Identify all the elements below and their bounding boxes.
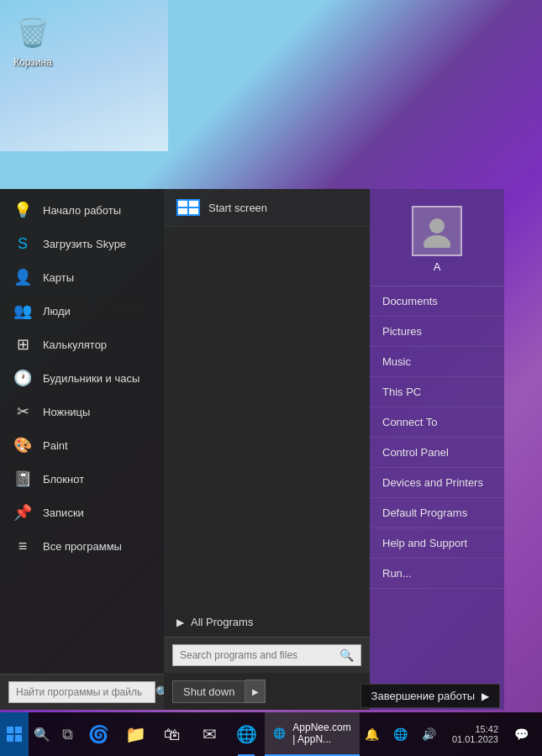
taskbar-search-icon: 🔍 (34, 727, 50, 743)
start-app-scissors[interactable]: ✂ Ножницы (0, 395, 164, 428)
paint-label: Paint (43, 439, 68, 452)
right-item-connect-to[interactable]: Connect To (370, 407, 504, 438)
shutdown-notification-arrow-icon: ▶ (481, 690, 489, 702)
tray-action-center-icon[interactable]: 💬 (508, 712, 534, 756)
recycle-bin-image: 🗑️ (13, 13, 53, 53)
all-programs-label: All Programs (191, 616, 253, 628)
all-programs-arrow-icon: ▶ (176, 617, 184, 628)
taskbar-edge[interactable]: 🌀 (80, 712, 117, 756)
start-menu-middle-panel: Start screen ▶ All Programs 🔍 Shut down … (164, 189, 370, 710)
taskbar-tray: 🔔 🌐 🔊 15:42 01.01.2023 💬 (360, 712, 542, 756)
shutdown-notification-popup: Завершение работы ▶ (360, 684, 500, 708)
right-item-documents[interactable]: Documents (370, 286, 504, 317)
notepad-icon: 📓 (13, 469, 33, 489)
allprograms-icon: ≡ (13, 536, 33, 556)
start-app-paint[interactable]: 🎨 Paint (0, 428, 164, 462)
start-app-allprograms[interactable]: ≡ Все программы (0, 529, 164, 563)
start-screen-item[interactable]: Start screen (164, 189, 370, 227)
scissors-icon: ✂ (13, 402, 33, 422)
taskbar-search-button[interactable]: 🔍 (29, 712, 55, 756)
start-button[interactable] (0, 712, 29, 756)
taskbar-task-view-icon: ⧉ (62, 726, 73, 743)
right-item-devices-printers[interactable]: Devices and Printers (370, 468, 504, 498)
scissors-label: Ножницы (43, 406, 90, 418)
start-app-stickynotes[interactable]: 📌 Записки (0, 496, 164, 529)
start-screen-label: Start screen (208, 202, 267, 214)
start-apps-list: 💡 Начало работы S Загрузить Skype 👤 Карт… (0, 189, 164, 674)
recycle-bin-label: Корзина (13, 56, 52, 68)
calculator-label: Калькулятор (43, 339, 107, 351)
right-item-help-support[interactable]: Help and Support (370, 528, 504, 559)
start-middle-search-icon: 🔍 (333, 645, 360, 665)
alarms-icon: 🕐 (13, 368, 33, 388)
windows-logo-icon (7, 727, 22, 742)
right-item-this-pc[interactable]: This PC (370, 377, 504, 407)
taskbar-active-window[interactable]: 🌐 AppNee.com | AppN... (265, 712, 360, 756)
start-app-maps[interactable]: 👤 Карты (0, 260, 164, 294)
shutdown-row: Shut down ▶ (164, 673, 370, 710)
people-icon: 👥 (13, 301, 33, 321)
right-item-music[interactable]: Music (370, 347, 504, 377)
stickynotes-icon: 📌 (13, 502, 33, 522)
skype-icon: S (13, 234, 33, 254)
stickynotes-label: Записки (43, 507, 84, 519)
tray-network-icon[interactable]: 🌐 (388, 712, 413, 756)
shutdown-notification-label: Завершение работы (371, 690, 475, 702)
start-screen-tile-icon (176, 199, 200, 216)
skype-label: Загрузить Skype (43, 238, 126, 250)
svg-point-1 (424, 235, 450, 248)
right-item-run[interactable]: Run... (370, 559, 504, 589)
maps-label: Карты (43, 271, 74, 284)
taskbar-date: 01.01.2023 (452, 734, 498, 744)
start-search-input[interactable] (9, 683, 149, 701)
right-item-default-programs[interactable]: Default Programs (370, 498, 504, 528)
all-programs-item[interactable]: ▶ All Programs (164, 607, 370, 637)
start-app-people[interactable]: 👥 Люди (0, 294, 164, 328)
start-search-bar: 🔍 (0, 674, 164, 710)
taskbar-file-explorer[interactable]: 📁 (117, 712, 154, 756)
taskbar-active-window-icon: 🌐 (273, 727, 286, 739)
tray-volume-icon[interactable]: 🔊 (417, 712, 442, 756)
taskbar-file-explorer-icon: 📁 (125, 724, 146, 744)
user-avatar[interactable] (412, 206, 462, 256)
allprograms-label: Все программы (43, 540, 122, 553)
taskbar-task-view-button[interactable]: ⧉ (55, 712, 80, 756)
taskbar-mail[interactable]: ✉ (191, 712, 228, 756)
notepad-label: Блокнот (43, 473, 84, 486)
user-name: A (434, 260, 441, 273)
tray-notification-icon[interactable]: 🔔 (360, 712, 385, 756)
taskbar-ie[interactable]: 🌐 (228, 712, 265, 756)
taskbar-time: 15:42 (475, 724, 498, 734)
shutdown-arrow-icon: ▶ (252, 687, 259, 696)
start-middle-search-wrap: 🔍 (172, 644, 361, 666)
right-item-control-panel[interactable]: Control Panel (370, 438, 504, 468)
maps-icon: 👤 (13, 267, 33, 287)
right-item-pictures[interactable]: Pictures (370, 317, 504, 347)
taskbar-pinned-apps: 🌀 📁 🛍 ✉ 🌐 (80, 712, 265, 756)
taskbar-store[interactable]: 🛍 (154, 712, 191, 756)
start-middle-spacer (164, 227, 370, 607)
start-app-skype[interactable]: S Загрузить Skype (0, 227, 164, 260)
user-avatar-svg (420, 214, 454, 248)
shutdown-arrow-button[interactable]: ▶ (245, 680, 266, 703)
taskbar-mail-icon: ✉ (203, 724, 217, 744)
start-middle-search-input[interactable] (173, 646, 333, 664)
start-app-alarms[interactable]: 🕐 Будильники и часы (0, 361, 164, 395)
alarms-label: Будильники и часы (43, 372, 139, 385)
startup-icon: 💡 (13, 200, 33, 220)
start-app-notepad[interactable]: 📓 Блокнот (0, 462, 164, 496)
taskbar: 🔍 ⧉ 🌀 📁 🛍 ✉ 🌐 🌐 AppNee.com | AppN... 🔔 🌐… (0, 712, 542, 756)
taskbar-edge-icon: 🌀 (88, 724, 109, 744)
shutdown-button[interactable]: Shut down (172, 680, 245, 703)
start-app-startup[interactable]: 💡 Начало работы (0, 193, 164, 227)
taskbar-store-icon: 🛍 (164, 725, 181, 744)
taskbar-active-window-title: AppNee.com | AppN... (292, 722, 351, 745)
start-user-header: A (370, 189, 504, 286)
taskbar-clock[interactable]: 15:42 01.01.2023 (445, 724, 505, 744)
svg-point-0 (429, 218, 445, 234)
calculator-icon: ⊞ (13, 334, 33, 354)
shutdown-label: Shut down (183, 685, 234, 698)
recycle-bin-icon[interactable]: 🗑️ Корзина (13, 13, 53, 68)
start-middle-search-bar: 🔍 (164, 637, 370, 673)
start-app-calculator[interactable]: ⊞ Калькулятор (0, 328, 164, 361)
